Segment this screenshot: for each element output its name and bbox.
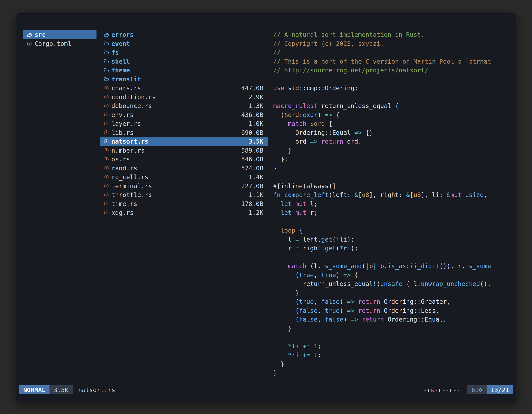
code-token: } bbox=[273, 369, 277, 376]
entry-name: number.rs bbox=[111, 147, 145, 154]
current-dir-pane[interactable]: errorseventfsshellthemetranslitRchars.rs… bbox=[100, 30, 268, 217]
entry-size: 589.0B bbox=[241, 147, 263, 154]
code-token: match bbox=[288, 120, 306, 127]
folder-icon bbox=[103, 41, 110, 47]
folder-icon bbox=[103, 76, 110, 82]
code-token: => bbox=[343, 271, 351, 279]
code-token: [ bbox=[358, 191, 362, 198]
code-token: $ord bbox=[310, 120, 325, 127]
code-token: => bbox=[310, 138, 318, 145]
code-token: unsafe bbox=[380, 280, 402, 287]
code-token: & bbox=[447, 191, 450, 198]
code-line: } bbox=[273, 146, 515, 155]
file-row[interactable]: Rcondition.rs2.9K bbox=[100, 93, 268, 102]
code-token: loop bbox=[281, 227, 295, 234]
code-line bbox=[273, 75, 515, 84]
entry-name: Cargo.toml bbox=[35, 40, 72, 47]
code-token: ri bbox=[292, 351, 303, 359]
file-row[interactable]: Rterminal.rs227.0B bbox=[100, 182, 268, 191]
code-line: fn compare_left(left: &[u8], right: &[u8… bbox=[273, 191, 515, 199]
entry-size: 178.0B bbox=[241, 200, 263, 207]
permission-char: r bbox=[449, 386, 453, 394]
entry-size: 436.0B bbox=[241, 111, 263, 118]
entry-name: rand.rs bbox=[111, 165, 137, 172]
status-bar: NORMAL 3.5K natsort.rs -rw-r--r-- 61% 13… bbox=[19, 385, 513, 394]
code-token: (left: bbox=[329, 191, 354, 198]
file-row[interactable]: Rtime.rs178.0B bbox=[100, 199, 268, 208]
dir-row[interactable]: theme bbox=[100, 66, 268, 75]
dir-row[interactable]: errors bbox=[100, 30, 268, 39]
code-token: {} bbox=[362, 129, 373, 136]
code-token bbox=[310, 343, 314, 350]
code-line: }; bbox=[273, 155, 515, 164]
file-row[interactable]: Rnumber.rs589.0B bbox=[100, 146, 268, 155]
file-row[interactable]: Rro_cell.rs1.4K bbox=[100, 173, 268, 182]
svg-text:R: R bbox=[105, 87, 107, 90]
code-line bbox=[273, 93, 515, 102]
file-row[interactable]: Cargo.toml bbox=[23, 39, 96, 48]
svg-text:R: R bbox=[105, 149, 107, 152]
dir-row[interactable]: fs bbox=[100, 48, 268, 57]
code-token: ( bbox=[362, 262, 366, 270]
code-token: true bbox=[321, 271, 336, 279]
code-token: = bbox=[295, 236, 299, 243]
code-token: ) bbox=[343, 316, 351, 323]
code-token: false bbox=[299, 307, 317, 314]
file-row[interactable]: Rlib.rs690.0B bbox=[100, 128, 268, 137]
code-token: Ordering::Greater, bbox=[380, 298, 450, 305]
file-row[interactable]: Rthrottle.rs1.1K bbox=[100, 191, 268, 199]
file-row[interactable]: Rlayer.rs1.0K bbox=[100, 119, 268, 128]
code-token bbox=[292, 209, 295, 216]
code-token: return bbox=[358, 298, 380, 305]
code-token: => bbox=[354, 129, 362, 136]
svg-text:R: R bbox=[105, 211, 107, 214]
preview-pane[interactable]: // A natural sort implementation in Rust… bbox=[273, 30, 515, 386]
file-row[interactable]: Rnatsort.rs3.5K bbox=[100, 137, 268, 146]
parent-pane[interactable]: srcCargo.toml bbox=[23, 30, 96, 48]
code-token: right. bbox=[299, 245, 325, 252]
code-token: u8 bbox=[362, 191, 369, 198]
code-token: // This is a port of the C version of Ma… bbox=[273, 58, 491, 65]
permission-char: - bbox=[435, 386, 438, 394]
permission-char: w bbox=[431, 386, 435, 394]
code-token: | bbox=[373, 262, 377, 270]
code-line: ord => return ord, bbox=[273, 137, 515, 146]
dir-row[interactable]: translit bbox=[100, 75, 268, 84]
code-token bbox=[354, 298, 358, 305]
code-token: & bbox=[406, 191, 410, 198]
entry-name: env.rs bbox=[111, 111, 133, 118]
dir-row[interactable]: src bbox=[23, 30, 96, 39]
code-token: Ordering::Equal, bbox=[384, 316, 447, 323]
svg-text:R: R bbox=[105, 113, 107, 116]
code-token bbox=[310, 351, 314, 359]
code-token: ( bbox=[273, 271, 299, 279]
file-row[interactable]: Ros.rs546.0B bbox=[100, 155, 268, 164]
file-row[interactable]: Renv.rs436.0B bbox=[100, 110, 268, 119]
file-row[interactable]: Rchars.rs447.0B bbox=[100, 84, 268, 93]
code-token: { bbox=[332, 111, 340, 118]
file-row[interactable]: Rdebounce.rs1.3K bbox=[100, 101, 268, 110]
dir-row[interactable]: shell bbox=[100, 57, 268, 66]
code-token: | bbox=[366, 262, 369, 270]
code-token: li bbox=[292, 343, 303, 350]
code-token: false bbox=[321, 298, 340, 305]
rust-file-icon: R bbox=[103, 192, 110, 198]
entry-size: 2.9K bbox=[249, 94, 263, 101]
code-line: } bbox=[273, 368, 515, 377]
code-token: ( bbox=[332, 236, 336, 243]
file-row[interactable]: Rxdg.rs1.2K bbox=[100, 208, 268, 217]
code-token: { l. bbox=[402, 280, 421, 287]
file-row[interactable]: Rrand.rs574.0B bbox=[100, 164, 268, 173]
rust-file-icon: R bbox=[103, 130, 110, 135]
code-token: ], right: bbox=[369, 191, 406, 198]
rust-file-icon: R bbox=[103, 210, 110, 216]
svg-text:R: R bbox=[105, 202, 107, 205]
code-line: // Copyright (c) 2023, sxyazi. bbox=[273, 39, 515, 48]
dir-row[interactable]: event bbox=[100, 39, 268, 48]
code-token: & bbox=[354, 191, 358, 198]
code-token: = bbox=[295, 245, 299, 252]
code-line: return_unless_equal!(unsafe { l.unwrap_u… bbox=[273, 279, 515, 289]
code-line: let mut r; bbox=[273, 208, 515, 217]
code-token: += bbox=[303, 343, 310, 350]
code-line: loop { bbox=[273, 226, 515, 235]
